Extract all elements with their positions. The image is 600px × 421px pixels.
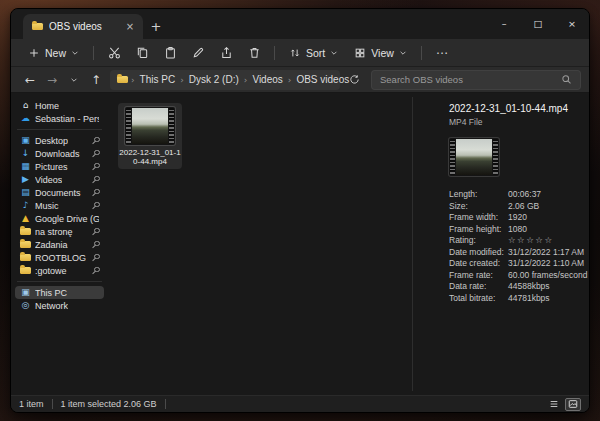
trash-icon (248, 46, 261, 59)
property-label: Frame rate: (449, 270, 506, 282)
paste-button[interactable] (157, 42, 183, 64)
filmstrip-edge (450, 139, 455, 175)
minimize-button[interactable]: – (487, 9, 521, 38)
window-controls: – □ × (487, 9, 589, 38)
recent-locations-button[interactable] (63, 70, 85, 90)
breadcrumb-videos[interactable]: Videos (250, 74, 284, 85)
this-pc-icon: ▣ (20, 288, 31, 297)
view-button[interactable]: View (347, 42, 414, 64)
pin-icon (91, 228, 99, 236)
statusbar-divider (165, 399, 166, 409)
breadcrumb-chevron-icon: › (128, 75, 138, 85)
navigation-bar: ← → ↑ › This PC › Dysk 2 (D:) › Videos ›… (11, 67, 589, 93)
new-button[interactable]: New (21, 42, 86, 64)
explorer-tab[interactable]: OBS videos × (23, 14, 143, 39)
forward-button[interactable]: → (41, 70, 63, 90)
property-value: 1920 (508, 212, 587, 224)
command-bar: New Sort (11, 39, 589, 67)
property-value: 44781kbps (508, 293, 587, 305)
videos-icon: ▶ (20, 175, 31, 184)
breadcrumb-chevron-icon: › (177, 75, 187, 85)
property-value: 31/12/2022 1:17 AM (508, 247, 587, 259)
pin-icon (91, 202, 99, 210)
pin-icon (91, 163, 99, 171)
status-bar: 1 item 1 item selected 2.06 GB (11, 395, 589, 412)
sidebar-item-gotowe[interactable]: :gotowe (15, 264, 104, 277)
file-item-selected[interactable]: 2022-12-31_01-10-44.mp4 (118, 103, 182, 169)
maximize-button[interactable]: □ (521, 9, 555, 38)
list-view-icon (549, 399, 559, 409)
details-thumbnail (449, 138, 499, 176)
up-button[interactable]: ↑ (85, 70, 107, 90)
sidebar-item-home[interactable]: ⌂ Home (15, 99, 104, 112)
thumbnail-view-toggle[interactable] (565, 398, 581, 411)
tab-title: OBS videos (49, 21, 102, 32)
sort-button[interactable]: Sort (282, 42, 345, 64)
property-value: 31/12/2022 1:10 AM (508, 258, 587, 270)
filmstrip-edge (493, 139, 498, 175)
refresh-button[interactable] (343, 70, 365, 90)
chevron-down-icon (71, 49, 79, 57)
copy-button[interactable] (129, 42, 155, 64)
share-button[interactable] (213, 42, 239, 64)
sidebar-item-downloads[interactable]: ↓ Downloads (15, 147, 104, 160)
pin-icon (91, 176, 99, 184)
video-thumbnail (125, 107, 175, 145)
tab-close-icon[interactable]: × (123, 20, 137, 34)
toolbar-separator (274, 46, 275, 60)
cut-button[interactable] (101, 42, 127, 64)
delete-button[interactable] (241, 42, 267, 64)
pin-icon (91, 267, 99, 275)
sidebar-item-google-drive[interactable]: ▲ Google Drive (G:) (15, 212, 104, 225)
sidebar-item-this-pc[interactable]: ▣ This PC (15, 286, 104, 299)
title-bar: OBS videos × + – □ × (11, 9, 589, 39)
sidebar-item-onedrive[interactable]: ☁ Sebastian - Personal (15, 112, 104, 125)
property-value: 2.06 GB (508, 201, 587, 213)
more-options-button[interactable]: ⋯ (429, 42, 455, 64)
sidebar-item-na-strone[interactable]: na stronę (15, 225, 104, 238)
sidebar-item-documents[interactable]: ▤ Documents (15, 186, 104, 199)
item-count: 1 item (19, 399, 44, 409)
folder-icon (20, 254, 31, 261)
rename-button[interactable] (185, 42, 211, 64)
pin-icon (91, 150, 99, 158)
sort-icon (289, 47, 301, 59)
sidebar-item-network[interactable]: ◎ Network (15, 299, 104, 312)
back-button[interactable]: ← (19, 70, 41, 90)
sidebar-item-music[interactable]: ♪ Music (15, 199, 104, 212)
home-icon: ⌂ (20, 101, 31, 110)
pin-icon (91, 254, 99, 262)
copy-icon (136, 46, 149, 59)
breadcrumb-this-pc[interactable]: This PC (138, 74, 178, 85)
new-tab-button[interactable]: + (143, 14, 169, 39)
toolbar-separator (421, 46, 422, 60)
breadcrumb-drive[interactable]: Dysk 2 (D:) (187, 74, 241, 85)
sidebar-item-videos[interactable]: ▶ Videos (15, 173, 104, 186)
rating-stars[interactable]: ☆☆☆☆☆ (508, 235, 587, 247)
plus-icon (28, 47, 40, 59)
file-list: 2022-12-31_01-10-44.mp4 (108, 93, 412, 395)
search-input[interactable] (380, 74, 561, 85)
sidebar-item-desktop[interactable]: ▣ Desktop (15, 134, 104, 147)
property-label: Size: (449, 201, 506, 213)
folder-icon (32, 23, 43, 30)
property-value: 00:06:37 (508, 189, 587, 201)
sidebar-item-rootblog[interactable]: ROOTBLOG (15, 251, 104, 264)
pin-icon (91, 137, 99, 145)
close-button[interactable]: × (555, 9, 589, 38)
search-icon (561, 74, 572, 85)
details-view-toggle[interactable] (546, 398, 562, 411)
sidebar-item-pictures[interactable]: ▦ Pictures (15, 160, 104, 173)
breadcrumb[interactable]: › This PC › Dysk 2 (D:) › Videos › OBS v… (110, 70, 340, 90)
file-name: 2022-12-31_01-10-44.mp4 (119, 148, 181, 166)
sidebar-item-zadania[interactable]: Zadania (15, 238, 104, 251)
property-label: Frame height: (449, 224, 506, 236)
sidebar-separator (17, 281, 102, 282)
search-box (371, 70, 581, 90)
details-file-name: 2022-12-31_01-10-44.mp4 (449, 103, 583, 115)
thumbnail-view-icon (568, 399, 578, 409)
property-label: Length: (449, 189, 506, 201)
toolbar-separator (93, 46, 94, 60)
pin-icon (91, 189, 99, 197)
paste-icon (164, 46, 177, 59)
